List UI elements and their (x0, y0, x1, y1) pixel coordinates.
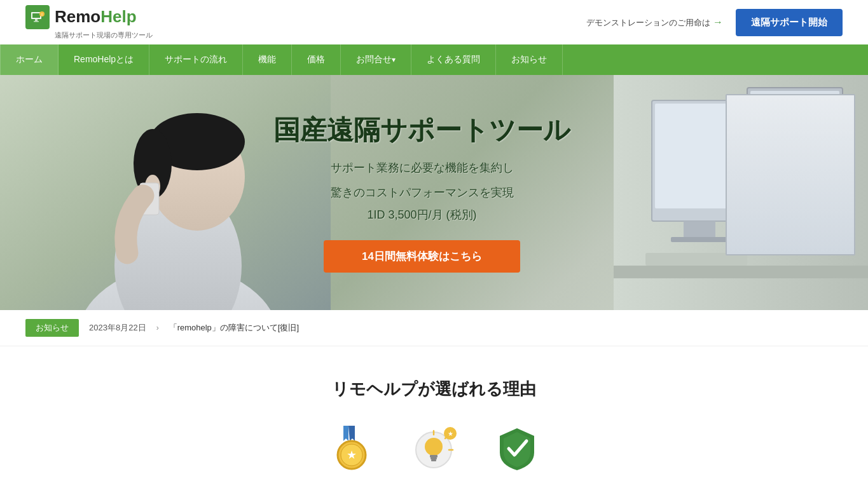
logo-text-remo: RemoHelp (55, 7, 137, 27)
svg-rect-1 (32, 13, 40, 18)
header-right: デモンストレーションのご用命は → 遠隔サポート開始 (586, 9, 843, 36)
trial-button[interactable]: 14日間無料体験はこちら (324, 240, 520, 273)
logo[interactable]: ! RemoHelp (25, 5, 153, 29)
hero-computer-image (614, 75, 868, 310)
header: ! RemoHelp 遠隔サポート現場の専用ツール デモンストレーションのご用命… (0, 0, 868, 44)
nav-item-home[interactable]: ホーム (0, 44, 59, 75)
notice-badge: お知らせ (25, 319, 79, 337)
svg-rect-30 (430, 455, 437, 458)
nav-item-about[interactable]: RemoHelpとは (59, 44, 149, 75)
logo-icon: ! (25, 5, 50, 29)
svg-text:★: ★ (347, 449, 357, 461)
notice-date: 2023年8月22日 (89, 322, 146, 334)
demo-arrow: → (713, 17, 723, 27)
hero-price: 1ID 3,500円/月 (税別) (273, 207, 570, 222)
svg-text:★: ★ (447, 430, 453, 437)
svg-rect-16 (655, 104, 738, 208)
svg-rect-32 (431, 459, 436, 461)
demo-text: デモンストレーションのご用命は → (586, 17, 723, 29)
svg-rect-22 (614, 266, 868, 278)
hero-subtitle-line1: サポート業務に必要な機能を集約し (273, 158, 570, 178)
hero-section: 国産遠隔サポートツール サポート業務に必要な機能を集約し 驚きのコストパフォーマ… (0, 75, 868, 310)
hero-content: 国産遠隔サポートツール サポート業務に必要な機能を集約し 驚きのコストパフォーマ… (273, 112, 570, 273)
main-nav: ホーム RemoHelpとは サポートの流れ 機能 価格 お問合せ よくある質問… (0, 44, 868, 75)
remote-support-button[interactable]: 遠隔サポート開始 (736, 9, 843, 36)
logo-sub: 遠隔サポート現場の専用ツール (55, 30, 153, 40)
svg-marker-23 (343, 426, 348, 441)
nav-item-news[interactable]: お知らせ (496, 44, 563, 75)
svg-rect-20 (750, 91, 839, 202)
bulb-icon: ★ (412, 426, 457, 470)
notice-link[interactable]: 「remohelp」の障害について[復旧] (169, 322, 299, 334)
svg-rect-2 (35, 19, 38, 21)
hero-title: 国産遠隔サポートツール (273, 112, 570, 148)
shield-icon (495, 426, 539, 470)
section-why: リモヘルプが選ばれる理由 ★ (0, 346, 868, 488)
icon-item-bulb: ★ (412, 426, 457, 470)
svg-marker-24 (348, 426, 355, 441)
medal-icon: ★ (329, 426, 374, 470)
icon-item-shield (495, 426, 539, 470)
svg-rect-17 (684, 221, 715, 237)
svg-rect-18 (671, 237, 728, 242)
icon-item-medal: ★ (329, 426, 374, 470)
nav-item-features[interactable]: 機能 (243, 44, 292, 75)
hero-subtitle-line2: 驚きのコストパフォーマンスを実現 (273, 183, 570, 203)
nav-item-pricing[interactable]: 価格 (292, 44, 341, 75)
notice-bar: お知らせ 2023年8月22日 › 「remohelp」の障害について[復旧] (0, 310, 868, 346)
nav-item-flow[interactable]: サポートの流れ (149, 44, 243, 75)
svg-text:!: ! (41, 13, 43, 17)
section-why-title: リモヘルプが選ばれる理由 (25, 378, 843, 400)
notice-chevron-icon: › (156, 323, 159, 332)
svg-point-29 (425, 438, 443, 456)
icons-row: ★ (25, 426, 843, 483)
svg-rect-31 (431, 458, 437, 459)
svg-rect-19 (747, 88, 843, 215)
nav-item-faq[interactable]: よくある質問 (411, 44, 496, 75)
svg-rect-3 (34, 21, 39, 22)
svg-rect-21 (645, 253, 747, 266)
nav-item-contact[interactable]: お問合せ (341, 44, 411, 75)
logo-area: ! RemoHelp 遠隔サポート現場の専用ツール (25, 5, 153, 40)
